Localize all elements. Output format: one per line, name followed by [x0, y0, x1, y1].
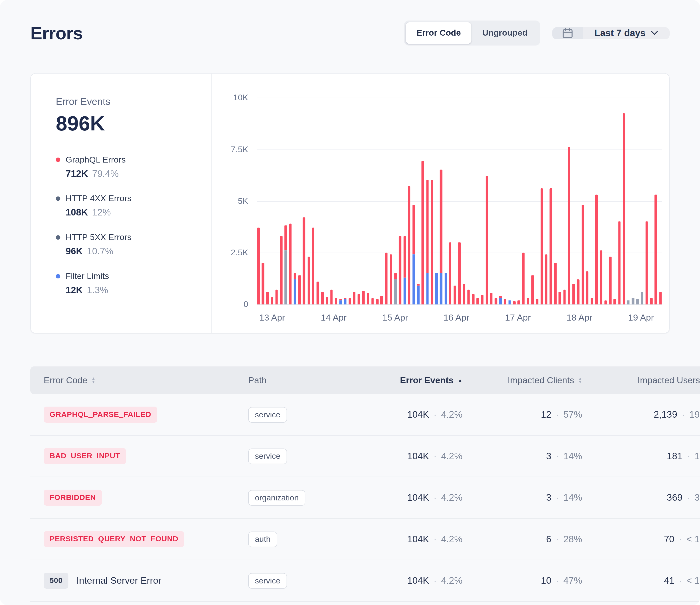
chart-bar[interactable]	[454, 98, 456, 304]
chart-bar[interactable]	[623, 98, 625, 304]
chart-bar[interactable]	[655, 98, 657, 304]
chart-bar[interactable]	[403, 98, 406, 304]
chart-bar[interactable]	[344, 98, 347, 304]
chart-bar[interactable]	[307, 98, 310, 304]
chart-bar[interactable]	[636, 98, 639, 304]
chart-bar[interactable]	[321, 98, 324, 304]
chart-bar[interactable]	[340, 98, 342, 304]
chart-bar[interactable]	[568, 98, 570, 304]
table-row[interactable]: BAD_USER_INPUTservice104K·4.2%3·14%181·1…	[30, 436, 700, 477]
chart-bar[interactable]	[508, 98, 511, 304]
chart-bar[interactable]	[495, 98, 497, 304]
chart-bar[interactable]	[449, 98, 452, 304]
column-header-error-code[interactable]: Error Code▲▼	[30, 375, 235, 385]
chart-bar[interactable]	[303, 98, 305, 304]
date-range-picker[interactable]: Last 7 days	[552, 27, 670, 39]
chart-bar[interactable]	[317, 98, 319, 304]
chart-bar[interactable]	[604, 98, 607, 304]
chart-bar[interactable]	[632, 98, 634, 304]
chart-bar[interactable]	[541, 98, 543, 304]
chart-bar[interactable]	[476, 98, 479, 304]
chart-bar[interactable]	[330, 98, 333, 304]
column-header-path[interactable]: Path	[235, 375, 382, 385]
chart-bar[interactable]	[563, 98, 566, 304]
chart-bar[interactable]	[559, 98, 561, 304]
chart-bar[interactable]	[358, 98, 360, 304]
legend-item-4[interactable]: Filter Limits12K1.3%	[56, 271, 198, 296]
table-row[interactable]: 500Internal Server Errorservice104K·4.2%…	[30, 560, 700, 602]
chart-bar[interactable]	[335, 98, 337, 304]
chart-bar[interactable]	[618, 98, 621, 304]
chart-bar[interactable]	[362, 98, 365, 304]
chart-bar[interactable]	[440, 98, 442, 304]
chart-bar[interactable]	[262, 98, 264, 304]
chart-bar[interactable]	[549, 98, 552, 304]
column-header-error-events[interactable]: Error Events▲	[382, 375, 467, 385]
chart-bar[interactable]	[499, 98, 502, 304]
chart-bar[interactable]	[367, 98, 369, 304]
chart-bar[interactable]	[462, 98, 465, 304]
chart-bar[interactable]	[641, 98, 644, 304]
chart-bar[interactable]	[485, 98, 488, 304]
column-header-impacted-users[interactable]: Impacted Users▲▼	[586, 375, 700, 385]
chart-bar[interactable]	[504, 98, 506, 304]
chart-bar[interactable]	[577, 98, 580, 304]
chart-bar[interactable]	[284, 98, 287, 304]
chart-bar[interactable]	[614, 98, 616, 304]
chart-bar[interactable]	[257, 98, 260, 304]
chart-bar[interactable]	[294, 98, 296, 304]
legend-item-3[interactable]: HTTP 5XX Errors96K10.7%	[56, 232, 198, 257]
chart-bar[interactable]	[554, 98, 557, 304]
chart-bar[interactable]	[481, 98, 483, 304]
chart-bar[interactable]	[371, 98, 374, 304]
table-row[interactable]: FORBIDDENorganization104K·4.2%3·14%369·3…	[30, 477, 700, 519]
date-range-value[interactable]: Last 7 days	[583, 27, 670, 39]
chart-bar[interactable]	[326, 98, 328, 304]
chart-bar[interactable]	[513, 98, 516, 304]
chart-bar[interactable]	[275, 98, 278, 304]
chart-bar[interactable]	[431, 98, 433, 304]
chart-bar[interactable]	[376, 98, 378, 304]
chart-bar[interactable]	[445, 98, 447, 304]
chart-bar[interactable]	[422, 98, 424, 304]
chart-bar[interactable]	[298, 98, 301, 304]
chart-bar[interactable]	[426, 98, 429, 304]
chart-bar[interactable]	[458, 98, 461, 304]
chart-bar[interactable]	[381, 98, 383, 304]
chart-bar[interactable]	[390, 98, 392, 304]
chart-bar[interactable]	[280, 98, 282, 304]
chart-bar[interactable]	[600, 98, 602, 304]
chart-bar[interactable]	[271, 98, 273, 304]
chart-bar[interactable]	[408, 98, 410, 304]
chart-bar[interactable]	[518, 98, 520, 304]
group-by-error-code-button[interactable]: Error Code	[406, 22, 471, 44]
chart-bar[interactable]	[581, 98, 584, 304]
chart-bar[interactable]	[591, 98, 593, 304]
chart-bar[interactable]	[586, 98, 589, 304]
chart-bar[interactable]	[435, 98, 438, 304]
column-header-impacted-clients[interactable]: Impacted Clients▲▼	[467, 375, 586, 385]
chart-bar[interactable]	[536, 98, 539, 304]
chart-bar[interactable]	[609, 98, 611, 304]
chart-bar[interactable]	[531, 98, 534, 304]
chart-bar[interactable]	[595, 98, 598, 304]
chart-bar[interactable]	[646, 98, 648, 304]
chart-bar[interactable]	[472, 98, 474, 304]
chart-bar[interactable]	[417, 98, 420, 304]
chart-bar[interactable]	[394, 98, 397, 304]
chart-bar[interactable]	[289, 98, 292, 304]
chart-bar[interactable]	[385, 98, 388, 304]
chart-bar[interactable]	[353, 98, 355, 304]
chart-bar[interactable]	[545, 98, 547, 304]
chart-bar[interactable]	[627, 98, 630, 304]
chart-bar[interactable]	[312, 98, 315, 304]
chart-bar[interactable]	[659, 98, 661, 304]
chart-bar[interactable]	[349, 98, 351, 304]
legend-item-2[interactable]: HTTP 4XX Errors108K12%	[56, 194, 198, 218]
chart-bar[interactable]	[468, 98, 470, 304]
table-row[interactable]: GRAPHQL_PARSE_FAILEDservice104K·4.2%12·5…	[30, 394, 700, 435]
chart-bar[interactable]	[522, 98, 525, 304]
table-row[interactable]: PERSISTED_QUERY_NOT_FOUNDauth104K·4.2%6·…	[30, 519, 700, 560]
chart-bar[interactable]	[266, 98, 269, 304]
chart-bar[interactable]	[412, 98, 415, 304]
